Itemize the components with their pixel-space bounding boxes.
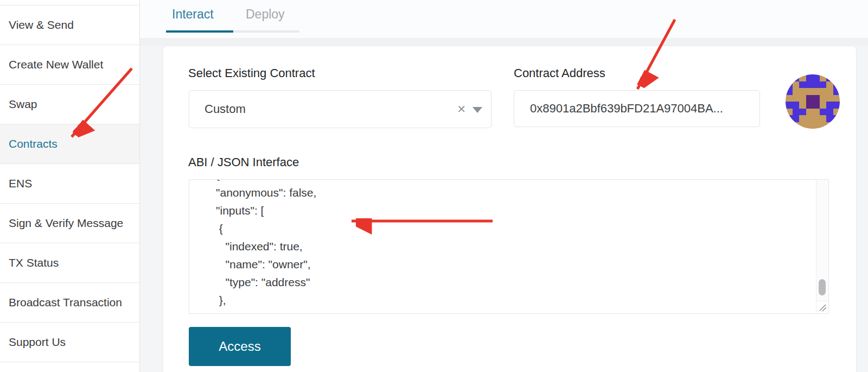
select-existing-contract-label: Select Existing Contract	[188, 66, 315, 80]
existing-contract-selected-value: Custom	[205, 91, 246, 128]
tab-interact[interactable]: Interact	[172, 7, 214, 22]
contract-address-input[interactable]	[514, 90, 760, 127]
contract-interact-card: Select Existing Contract Custom ✕ Contra…	[163, 46, 857, 372]
sidebar-item-broadcast-transaction[interactable]: Broadcast Transaction	[0, 283, 139, 323]
sidebar-item-contracts[interactable]: Contracts	[0, 124, 139, 164]
sidebar-item-create-new-wallet[interactable]: Create New Wallet	[0, 45, 139, 85]
abi-json-content: { "anonymous": false, "inputs": [ { "ind…	[189, 179, 828, 309]
sidebar-item-ens[interactable]: ENS	[0, 164, 139, 204]
sidebar-item-swap[interactable]: Swap	[0, 85, 139, 124]
tab-underline-track	[233, 30, 299, 33]
existing-contract-select[interactable]: Custom ✕	[189, 90, 492, 128]
clear-selection-icon[interactable]: ✕	[457, 91, 466, 128]
app-window: View & Send Create New Wallet Swap Contr…	[0, 0, 868, 372]
content-band	[140, 38, 868, 46]
sidebar-item-sign-verify-message[interactable]: Sign & Verify Message	[0, 204, 139, 243]
contract-address-label: Contract Address	[514, 66, 605, 80]
abi-json-textarea[interactable]: { "anonymous": false, "inputs": [ { "ind…	[189, 179, 829, 314]
access-button[interactable]: Access	[189, 327, 291, 366]
address-identicon-avatar	[786, 74, 840, 129]
sidebar: View & Send Create New Wallet Swap Contr…	[0, 0, 140, 372]
textarea-resize-handle-icon[interactable]	[816, 301, 828, 313]
tab-active-underline	[166, 30, 233, 33]
abi-json-interface-label: ABI / JSON Interface	[188, 155, 299, 169]
sidebar-item-tx-status[interactable]: TX Status	[0, 243, 139, 283]
sidebar-item-support-us[interactable]: Support Us	[0, 323, 139, 362]
textarea-scrollbar-track[interactable]	[816, 180, 828, 301]
textarea-scrollbar-thumb[interactable]	[819, 279, 826, 295]
sidebar-list: View & Send Create New Wallet Swap Contr…	[0, 5, 139, 362]
chevron-down-icon[interactable]	[473, 107, 482, 113]
sidebar-item-view-send[interactable]: View & Send	[0, 5, 139, 45]
tab-deploy[interactable]: Deploy	[246, 7, 285, 22]
